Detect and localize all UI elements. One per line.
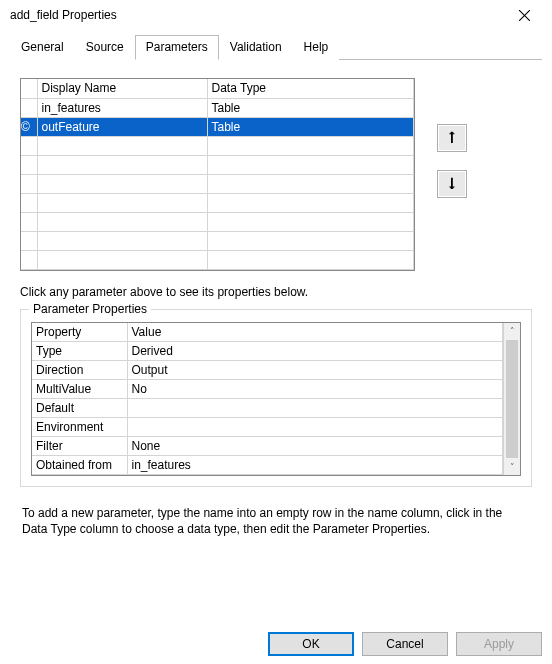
col-value[interactable]: Value [127, 323, 503, 342]
arrow-down-icon: 🠗 [445, 176, 459, 192]
prop-value[interactable]: Output [127, 361, 503, 380]
prop-row[interactable]: DirectionOutput [32, 361, 503, 380]
param-row-empty[interactable] [21, 231, 414, 250]
tab-help[interactable]: Help [293, 35, 340, 60]
param-row[interactable]: in_features Table [21, 98, 414, 117]
close-button[interactable] [504, 1, 544, 29]
tab-general[interactable]: General [10, 35, 75, 60]
grid-header-row: Display Name Data Type [21, 79, 414, 98]
param-row-empty[interactable] [21, 250, 414, 269]
param-row-empty[interactable] [21, 212, 414, 231]
close-icon [519, 10, 530, 21]
window-title: add_field Properties [10, 8, 117, 22]
tab-source[interactable]: Source [75, 35, 135, 60]
cell-datatype[interactable]: Table [207, 117, 414, 136]
prop-row[interactable]: Obtained fromin_features [32, 456, 503, 475]
prop-value[interactable] [127, 399, 503, 418]
tab-parameters[interactable]: Parameters [135, 35, 219, 60]
param-row-empty[interactable] [21, 155, 414, 174]
scroll-up-icon[interactable]: ˄ [504, 323, 520, 340]
prop-value[interactable]: No [127, 380, 503, 399]
prop-row[interactable]: TypeDerived [32, 342, 503, 361]
scrollbar[interactable]: ˄ ˅ [503, 323, 520, 476]
cancel-button[interactable]: Cancel [362, 632, 448, 656]
param-row-empty[interactable] [21, 174, 414, 193]
property-grid[interactable]: Property Value TypeDerived DirectionOutp… [32, 323, 503, 476]
scroll-thumb[interactable] [506, 340, 518, 459]
prop-row[interactable]: FilterNone [32, 437, 503, 456]
scroll-down-icon[interactable]: ˅ [504, 458, 520, 475]
tab-validation[interactable]: Validation [219, 35, 293, 60]
titlebar: add_field Properties [0, 0, 552, 30]
prop-value[interactable]: Derived [127, 342, 503, 361]
apply-button: Apply [456, 632, 542, 656]
move-up-button[interactable]: 🠕 [437, 124, 467, 152]
hint-click-parameter: Click any parameter above to see its pro… [20, 285, 532, 299]
prop-row[interactable]: Default [32, 399, 503, 418]
grid-header-row: Property Value [32, 323, 503, 342]
param-row[interactable]: © outFeature Table [21, 117, 414, 136]
cell-datatype[interactable]: Table [207, 98, 414, 117]
parameter-properties-legend: Parameter Properties [29, 302, 151, 316]
col-property[interactable]: Property [32, 323, 127, 342]
ok-button[interactable]: OK [268, 632, 354, 656]
prop-value[interactable]: in_features [127, 456, 503, 475]
prop-value[interactable]: None [127, 437, 503, 456]
param-row-empty[interactable] [21, 193, 414, 212]
cell-display[interactable]: outFeature [37, 117, 207, 136]
prop-row[interactable]: MultiValueNo [32, 380, 503, 399]
tab-bar: General Source Parameters Validation Hel… [10, 34, 542, 60]
parameters-grid[interactable]: Display Name Data Type in_features Table… [20, 78, 415, 271]
hint-add-parameter: To add a new parameter, type the name in… [22, 505, 530, 537]
cell-display[interactable]: in_features [37, 98, 207, 117]
col-data-type[interactable]: Data Type [207, 79, 414, 98]
param-row-empty[interactable] [21, 136, 414, 155]
parameter-properties-group: Parameter Properties Property Value Type… [20, 309, 532, 488]
prop-value[interactable] [127, 418, 503, 437]
col-display-name[interactable]: Display Name [37, 79, 207, 98]
dialog-buttons: OK Cancel Apply [268, 632, 542, 656]
row-marker: © [21, 117, 37, 136]
arrow-up-icon: 🠕 [445, 130, 459, 146]
prop-row[interactable]: Environment [32, 418, 503, 437]
move-down-button[interactable]: 🠗 [437, 170, 467, 198]
